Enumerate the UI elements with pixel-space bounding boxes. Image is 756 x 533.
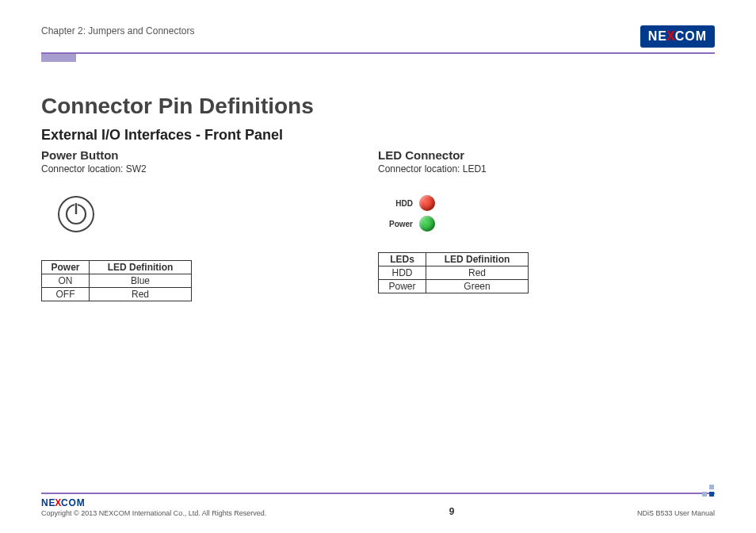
table-cell: Red [90,288,192,301]
table-row: Power Green [379,280,529,293]
chapter-label: Chapter 2: Jumpers and Connectors [41,25,194,36]
page-subtitle: External I/O Interfaces - Front Panel [41,127,715,144]
svg-rect-5 [709,485,714,489]
footer-squares-icon [702,485,715,497]
logo-post: COM [675,29,707,44]
table-cell: Green [426,280,529,293]
led-connector-location: Connector location: LED1 [378,163,691,174]
page-footer: NEXCOM Copyright © 2013 NEXCOM Internati… [41,493,715,517]
footer-logo-post: COM [61,497,85,508]
table-header: Power [42,261,90,274]
power-led-icon [419,216,435,232]
hdd-led-icon [419,195,435,211]
page-title: Connector Pin Definitions [41,94,715,119]
copyright-text: Copyright © 2013 NEXCOM International Co… [41,509,266,517]
power-led-label: Power [378,220,413,228]
table-cell: Blue [90,274,192,288]
table-cell: OFF [42,288,90,301]
footer-logo-x: X [55,497,62,508]
footer-logo-pre: NE [41,497,55,508]
manual-name: NDiS B533 User Manual [637,509,715,517]
led-connector-heading: LED Connector [378,148,691,162]
header-tab-block [41,54,76,62]
power-button-heading: Power Button [41,148,354,162]
table-header: LED Definition [426,253,529,266]
nexcom-logo: NEXCOM [640,25,715,48]
table-row: HDD Red [379,266,529,280]
led-diagram: HDD Power [378,195,691,233]
logo-pre: NE [648,29,667,44]
page-number: 9 [449,506,455,517]
power-icon [57,195,354,236]
logo-x: X [666,29,676,44]
power-button-location: Connector location: SW2 [41,163,354,174]
table-header: LEDs [379,253,426,266]
table-cell: HDD [379,266,426,280]
led-connector-section: LED Connector Connector location: LED1 H… [378,148,715,301]
svg-rect-6 [702,492,707,497]
header-rule [41,52,715,54]
table-row: OFF Red [42,288,192,301]
table-cell: Power [379,280,426,293]
svg-rect-7 [709,492,714,497]
power-button-section: Power Button Connector location: SW2 Pow… [41,148,378,301]
table-row: ON Blue [42,274,192,288]
led-definition-table: LEDs LED Definition HDD Red Power Green [378,252,529,293]
power-led-table: Power LED Definition ON Blue OFF Red [41,260,192,301]
table-cell: Red [426,266,529,280]
table-cell: ON [42,274,90,288]
hdd-led-label: HDD [378,199,413,208]
footer-logo: NEXCOM [41,497,266,508]
table-header: LED Definition [90,261,192,274]
